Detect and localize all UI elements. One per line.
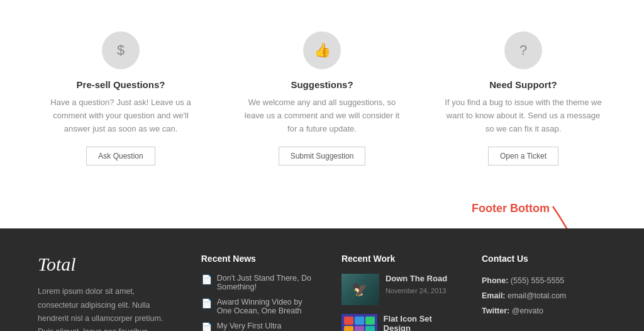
contact-email: Email: email@total.com <box>482 289 606 304</box>
twitter-label: Twitter: <box>482 306 509 315</box>
suggestions-card: 👍 Suggestions? We welcome any and all su… <box>221 25 423 178</box>
thumbsup-icon: 👍 <box>303 31 341 69</box>
news-link-3[interactable]: My Very First Ultra Marathon <box>217 322 316 331</box>
presell-card: $ Pre-sell Questions? Have a question? J… <box>20 25 221 178</box>
support-card: ? Need Support? If you find a bug to iss… <box>423 25 624 178</box>
doc-icon-3: 📄 <box>201 322 212 331</box>
suggestions-title: Suggestions? <box>240 79 404 90</box>
contact-info: Phone: (555) 555-5555 Email: email@total… <box>482 274 606 318</box>
dollar-icon: $ <box>102 31 140 69</box>
doc-icon-2: 📄 <box>201 298 212 308</box>
support-desc: If you find a bug to issue with the them… <box>441 96 605 135</box>
top-support-section: $ Pre-sell Questions? Have a question? J… <box>0 0 644 197</box>
news-link-2[interactable]: Award Winning Video by One Ocean, One Br… <box>217 298 316 315</box>
work-link-1[interactable]: Down The Road <box>386 274 447 283</box>
contact-title: Contact Us <box>482 254 606 264</box>
footer-top: Total Lorem ipsum dolor sit amet, consec… <box>38 254 606 331</box>
work-info-1: Down The Road November 24, 2013 <box>386 274 447 295</box>
footer-contact-col: Contact Us Phone: (555) 555-5555 Email: … <box>482 254 606 331</box>
dark-footer: Total Lorem ipsum dolor sit amet, consec… <box>0 228 644 331</box>
work-link-2[interactable]: Flat Icon Set Design <box>384 314 457 331</box>
footer-description: Lorem ipsum dolor sit amet, consectetur … <box>38 285 176 331</box>
work-date-1: November 24, 2013 <box>386 287 447 295</box>
open-ticket-button[interactable]: Open a Ticket <box>488 147 558 166</box>
work-item-1: 🦅 Down The Road November 24, 2013 <box>341 274 457 305</box>
footer-work-col: Recent Work 🦅 Down The Road November 24,… <box>341 254 457 331</box>
work-title: Recent Work <box>341 254 457 264</box>
work-thumb-1: 🦅 <box>341 274 379 305</box>
work-list: 🦅 Down The Road November 24, 2013 <box>341 274 457 331</box>
twitter-value[interactable]: @envato <box>512 306 543 315</box>
footer-bottom-label: Footer Bottom <box>472 202 550 215</box>
footer-bottom-label-section: Footer Bottom <box>0 197 644 228</box>
question-icon: ? <box>504 31 542 69</box>
footer-logo: Total <box>38 254 176 275</box>
news-item: 📄 Don't Just Stand There, Do Something! <box>201 274 316 291</box>
contact-phone: Phone: (555) 555-5555 <box>482 274 606 289</box>
contact-twitter: Twitter: @envato <box>482 304 606 319</box>
news-item: 📄 My Very First Ultra Marathon <box>201 322 316 331</box>
footer-news-col: Recent News 📄 Don't Just Stand There, Do… <box>201 254 316 331</box>
phone-label: Phone: <box>482 276 508 285</box>
phone-value: (555) 555-5555 <box>511 276 564 285</box>
submit-suggestion-button[interactable]: Submit Suggestion <box>279 147 366 166</box>
work-info-2: Flat Icon Set Design November 24, 2013 <box>384 314 457 331</box>
email-value[interactable]: email@total.com <box>508 291 566 300</box>
work-thumb-2 <box>341 314 377 331</box>
news-link-1[interactable]: Don't Just Stand There, Do Something! <box>217 274 316 291</box>
doc-icon-1: 📄 <box>201 274 212 284</box>
suggestions-desc: We welcome any and all suggestions, so l… <box>240 96 404 135</box>
presell-title: Pre-sell Questions? <box>39 79 203 90</box>
support-title: Need Support? <box>441 79 605 90</box>
email-label: Email: <box>482 291 506 300</box>
footer-brand-col: Total Lorem ipsum dolor sit amet, consec… <box>38 254 176 331</box>
work-item-2: Flat Icon Set Design November 24, 2013 <box>341 314 457 331</box>
news-item: 📄 Award Winning Video by One Ocean, One … <box>201 298 316 315</box>
ask-question-button[interactable]: Ask Question <box>86 147 155 166</box>
news-list: 📄 Don't Just Stand There, Do Something! … <box>201 274 316 331</box>
news-title: Recent News <box>201 254 316 264</box>
presell-desc: Have a question? Just ask! Leave us a co… <box>39 96 203 135</box>
